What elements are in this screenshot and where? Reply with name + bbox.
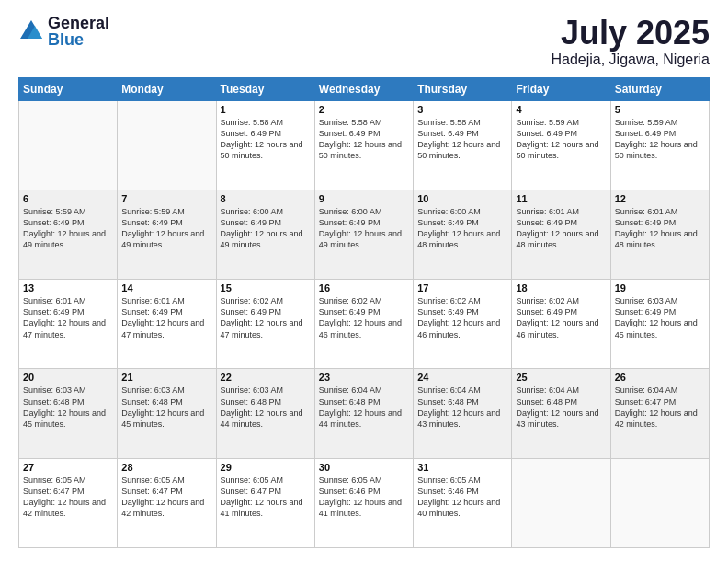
calendar-week-row: 27Sunrise: 6:05 AM Sunset: 6:47 PM Dayli… — [19, 458, 710, 547]
weekday-header: Wednesday — [314, 77, 413, 100]
calendar-day-cell: 30Sunrise: 6:05 AM Sunset: 6:46 PM Dayli… — [314, 458, 413, 547]
calendar-day-cell: 8Sunrise: 6:00 AM Sunset: 6:49 PM Daylig… — [216, 190, 314, 279]
day-number: 26 — [615, 372, 705, 383]
day-info: Sunrise: 6:02 AM Sunset: 6:49 PM Dayligh… — [221, 295, 311, 340]
calendar-week-row: 6Sunrise: 5:59 AM Sunset: 6:49 PM Daylig… — [19, 190, 710, 279]
weekday-header: Sunday — [19, 77, 118, 100]
day-number: 22 — [221, 372, 311, 383]
day-info: Sunrise: 6:05 AM Sunset: 6:47 PM Dayligh… — [221, 475, 311, 520]
header: General Blue July 2025 Hadejia, Jigawa, … — [18, 15, 710, 68]
day-info: Sunrise: 6:05 AM Sunset: 6:47 PM Dayligh… — [23, 475, 113, 520]
day-info: Sunrise: 6:05 AM Sunset: 6:47 PM Dayligh… — [121, 475, 211, 520]
calendar-day-cell: 5Sunrise: 5:59 AM Sunset: 6:49 PM Daylig… — [610, 100, 709, 190]
location-title: Hadejia, Jigawa, Nigeria — [551, 52, 710, 68]
logo: General Blue — [18, 15, 109, 48]
day-info: Sunrise: 6:00 AM Sunset: 6:49 PM Dayligh… — [221, 206, 311, 251]
calendar-day-cell: 11Sunrise: 6:01 AM Sunset: 6:49 PM Dayli… — [512, 190, 610, 279]
day-number: 28 — [121, 462, 211, 473]
day-number: 18 — [516, 282, 606, 293]
calendar-day-cell: 19Sunrise: 6:03 AM Sunset: 6:49 PM Dayli… — [610, 280, 709, 369]
calendar-day-cell: 10Sunrise: 6:00 AM Sunset: 6:49 PM Dayli… — [414, 190, 512, 279]
calendar-day-cell: 28Sunrise: 6:05 AM Sunset: 6:47 PM Dayli… — [118, 458, 216, 547]
day-number: 15 — [221, 282, 311, 293]
day-info: Sunrise: 6:04 AM Sunset: 6:48 PM Dayligh… — [417, 385, 507, 430]
day-info: Sunrise: 6:03 AM Sunset: 6:48 PM Dayligh… — [221, 385, 311, 430]
day-info: Sunrise: 6:05 AM Sunset: 6:46 PM Dayligh… — [319, 475, 409, 520]
day-number: 19 — [615, 282, 705, 293]
weekday-header: Friday — [512, 77, 610, 100]
day-number: 12 — [615, 193, 705, 204]
day-number: 31 — [417, 462, 507, 473]
calendar-day-cell: 13Sunrise: 6:01 AM Sunset: 6:49 PM Dayli… — [19, 280, 118, 369]
day-number: 27 — [23, 462, 113, 473]
calendar-week-row: 20Sunrise: 6:03 AM Sunset: 6:48 PM Dayli… — [19, 369, 710, 458]
day-info: Sunrise: 6:01 AM Sunset: 6:49 PM Dayligh… — [516, 206, 606, 251]
day-info: Sunrise: 6:04 AM Sunset: 6:48 PM Dayligh… — [516, 385, 606, 430]
calendar-day-cell: 1Sunrise: 5:58 AM Sunset: 6:49 PM Daylig… — [216, 100, 314, 190]
day-info: Sunrise: 6:03 AM Sunset: 6:48 PM Dayligh… — [121, 385, 211, 430]
calendar-day-cell: 18Sunrise: 6:02 AM Sunset: 6:49 PM Dayli… — [512, 280, 610, 369]
day-info: Sunrise: 6:02 AM Sunset: 6:49 PM Dayligh… — [417, 295, 507, 340]
calendar-day-cell: 4Sunrise: 5:59 AM Sunset: 6:49 PM Daylig… — [512, 100, 610, 190]
day-number: 5 — [615, 104, 705, 115]
day-number: 3 — [417, 104, 507, 115]
day-number: 25 — [516, 372, 606, 383]
calendar-table: SundayMondayTuesdayWednesdayThursdayFrid… — [18, 77, 710, 548]
day-number: 11 — [516, 193, 606, 204]
calendar-day-cell: 6Sunrise: 5:59 AM Sunset: 6:49 PM Daylig… — [19, 190, 118, 279]
calendar-day-cell: 21Sunrise: 6:03 AM Sunset: 6:48 PM Dayli… — [118, 369, 216, 458]
calendar-day-cell: 29Sunrise: 6:05 AM Sunset: 6:47 PM Dayli… — [216, 458, 314, 547]
day-number: 23 — [319, 372, 409, 383]
calendar-day-cell: 25Sunrise: 6:04 AM Sunset: 6:48 PM Dayli… — [512, 369, 610, 458]
day-number: 29 — [221, 462, 311, 473]
calendar-day-cell: 23Sunrise: 6:04 AM Sunset: 6:48 PM Dayli… — [314, 369, 413, 458]
calendar-day-cell: 14Sunrise: 6:01 AM Sunset: 6:49 PM Dayli… — [118, 280, 216, 369]
calendar-day-cell: 2Sunrise: 5:58 AM Sunset: 6:49 PM Daylig… — [314, 100, 413, 190]
weekday-header: Monday — [118, 77, 216, 100]
day-info: Sunrise: 5:59 AM Sunset: 6:49 PM Dayligh… — [23, 206, 113, 251]
day-number: 9 — [319, 193, 409, 204]
calendar-week-row: 1Sunrise: 5:58 AM Sunset: 6:49 PM Daylig… — [19, 100, 710, 190]
logo-general: General — [48, 15, 109, 31]
weekday-header: Thursday — [414, 77, 512, 100]
day-info: Sunrise: 5:58 AM Sunset: 6:49 PM Dayligh… — [221, 117, 311, 162]
day-info: Sunrise: 6:01 AM Sunset: 6:49 PM Dayligh… — [615, 206, 705, 251]
calendar-day-cell: 26Sunrise: 6:04 AM Sunset: 6:47 PM Dayli… — [610, 369, 709, 458]
day-number: 14 — [121, 282, 211, 293]
day-number: 10 — [417, 193, 507, 204]
day-number: 30 — [319, 462, 409, 473]
day-info: Sunrise: 6:02 AM Sunset: 6:49 PM Dayligh… — [516, 295, 606, 340]
day-info: Sunrise: 6:04 AM Sunset: 6:48 PM Dayligh… — [319, 385, 409, 430]
day-number: 17 — [417, 282, 507, 293]
weekday-header: Tuesday — [216, 77, 314, 100]
calendar-day-cell: 16Sunrise: 6:02 AM Sunset: 6:49 PM Dayli… — [314, 280, 413, 369]
calendar-day-cell: 15Sunrise: 6:02 AM Sunset: 6:49 PM Dayli… — [216, 280, 314, 369]
calendar-day-cell: 17Sunrise: 6:02 AM Sunset: 6:49 PM Dayli… — [414, 280, 512, 369]
day-number: 6 — [23, 193, 113, 204]
month-title: July 2025 — [551, 15, 710, 52]
day-info: Sunrise: 6:00 AM Sunset: 6:49 PM Dayligh… — [417, 206, 507, 251]
page: General Blue July 2025 Hadejia, Jigawa, … — [0, 0, 728, 563]
calendar-header-row: SundayMondayTuesdayWednesdayThursdayFrid… — [19, 77, 710, 100]
day-number: 20 — [23, 372, 113, 383]
day-info: Sunrise: 5:58 AM Sunset: 6:49 PM Dayligh… — [319, 117, 409, 162]
calendar-day-cell: 12Sunrise: 6:01 AM Sunset: 6:49 PM Dayli… — [610, 190, 709, 279]
day-info: Sunrise: 6:02 AM Sunset: 6:49 PM Dayligh… — [319, 295, 409, 340]
day-number: 7 — [121, 193, 211, 204]
day-number: 1 — [221, 104, 311, 115]
day-info: Sunrise: 6:00 AM Sunset: 6:49 PM Dayligh… — [319, 206, 409, 251]
day-info: Sunrise: 5:59 AM Sunset: 6:49 PM Dayligh… — [516, 117, 606, 162]
day-number: 21 — [121, 372, 211, 383]
title-block: July 2025 Hadejia, Jigawa, Nigeria — [551, 15, 710, 68]
day-number: 24 — [417, 372, 507, 383]
calendar-day-cell: 7Sunrise: 5:59 AM Sunset: 6:49 PM Daylig… — [118, 190, 216, 279]
calendar-day-cell — [512, 458, 610, 547]
day-number: 2 — [319, 104, 409, 115]
calendar-day-cell — [118, 100, 216, 190]
calendar-week-row: 13Sunrise: 6:01 AM Sunset: 6:49 PM Dayli… — [19, 280, 710, 369]
day-info: Sunrise: 6:01 AM Sunset: 6:49 PM Dayligh… — [121, 295, 211, 340]
calendar-day-cell: 20Sunrise: 6:03 AM Sunset: 6:48 PM Dayli… — [19, 369, 118, 458]
day-info: Sunrise: 6:03 AM Sunset: 6:48 PM Dayligh… — [23, 385, 113, 430]
day-number: 4 — [516, 104, 606, 115]
calendar-day-cell: 31Sunrise: 6:05 AM Sunset: 6:46 PM Dayli… — [414, 458, 512, 547]
